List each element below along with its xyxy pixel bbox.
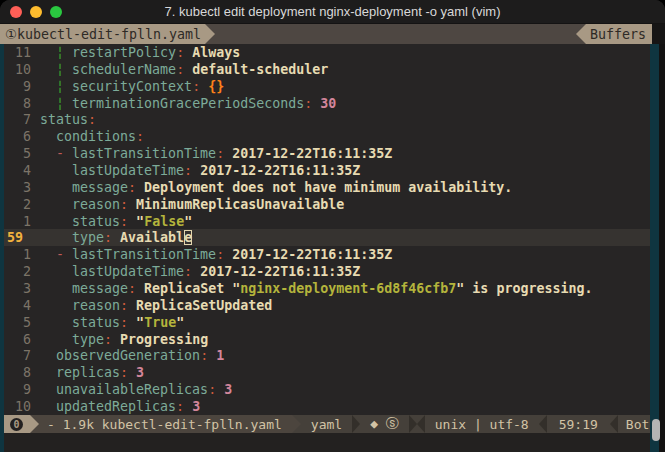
code-token: [40, 382, 56, 397]
code-token: Always: [184, 45, 240, 60]
editor-main: 11 ¦ restartPolicy: Always10 ¦ scheduler…: [0, 44, 665, 452]
code-token: {}: [200, 79, 224, 94]
editor-line[interactable]: 9 unavailableReplicas: 3: [4, 381, 650, 398]
code-token: [40, 230, 72, 245]
code-token: conditions: [56, 129, 136, 144]
code-text: type: Available: [40, 230, 192, 245]
code-token: :: [176, 45, 184, 60]
editor-line[interactable]: 3 message: Deployment does not have mini…: [4, 179, 650, 196]
code-token: securityContext: [72, 79, 192, 94]
titlebar: 7. kubectl edit deployment nginx-deploym…: [0, 0, 665, 24]
code-token: -: [56, 146, 72, 161]
window-right-edge: [659, 44, 665, 452]
code-token: reason: [72, 197, 120, 212]
close-button[interactable]: [10, 6, 22, 18]
code-token: ": [176, 315, 184, 330]
code-token: schedulerName: [72, 62, 176, 77]
editor-line[interactable]: 4 reason: ReplicaSetUpdated: [4, 297, 650, 314]
code-token: default-scheduler: [184, 62, 328, 77]
editor-line[interactable]: 5 status: "True": [4, 314, 650, 331]
cursor: e: [184, 230, 192, 245]
scrollbar-thumb[interactable]: [652, 419, 660, 441]
code-token: :: [176, 399, 184, 414]
buffers-label[interactable]: Buffers: [586, 24, 652, 44]
editor-line[interactable]: 11 ¦ restartPolicy: Always: [4, 44, 650, 61]
editor-line[interactable]: 8 ¦ terminationGracePeriodSeconds: 30: [4, 95, 650, 112]
code-token: MinimumReplicasUnavailable: [128, 197, 344, 212]
code-token: [40, 96, 56, 111]
editor-line[interactable]: 3 message: ReplicaSet "nginx-deployment-…: [4, 280, 650, 297]
code-token: [40, 79, 56, 94]
code-token: 3: [216, 382, 232, 397]
code-token: reason: [72, 298, 120, 313]
editor-line[interactable]: 59 type: Available: [4, 229, 650, 246]
editor-line[interactable]: 10 ¦ schedulerName: default-scheduler: [4, 61, 650, 78]
line-number: 7: [4, 348, 40, 363]
code-token: restartPolicy: [72, 45, 176, 60]
statusline-file-info: - 1.9k kubectl-edit-fplln.yaml: [39, 415, 292, 433]
line-number: 8: [4, 96, 40, 111]
editor-line[interactable]: 1 - lastTransitionTime: 2017-12-22T16:11…: [4, 246, 650, 263]
editor-line[interactable]: 7status:: [4, 111, 650, 128]
line-number: 4: [4, 163, 40, 178]
editor-line[interactable]: 7 observedGeneration: 1: [4, 347, 650, 364]
indent-guide-icon: ¦: [56, 45, 64, 60]
code-token: [64, 45, 72, 60]
code-text: - lastTransitionTime: 2017-12-22T16:11:3…: [40, 146, 392, 161]
tab-index-icon: ①: [5, 27, 17, 42]
zoom-button[interactable]: [50, 6, 62, 18]
editor-line[interactable]: 2 lastUpdateTime: 2017-12-22T16:11:35Z: [4, 263, 650, 280]
statusline-format-encoding: unix | utf-8: [425, 415, 539, 433]
code-token: [40, 247, 56, 262]
code-token: False: [144, 214, 184, 229]
code-token: ": [184, 214, 192, 229]
editor-lines[interactable]: 11 ¦ restartPolicy: Always10 ¦ scheduler…: [4, 44, 650, 415]
code-token: [40, 399, 56, 414]
code-token: 2017-12-22T16:11:35Z: [224, 146, 392, 161]
statusline: 0 - 1.9k kubectl-edit-fplln.yaml yaml ◆ …: [4, 415, 650, 433]
code-text: lastUpdateTime: 2017-12-22T16:11:35Z: [40, 163, 360, 178]
indent-guide-icon: ¦: [56, 96, 64, 111]
editor-line[interactable]: 5 - lastTransitionTime: 2017-12-22T16:11…: [4, 145, 650, 162]
line-number: 5: [4, 315, 40, 330]
terminal-right-padding: [650, 44, 659, 452]
code-text: message: ReplicaSet "nginx-deployment-6d…: [40, 281, 592, 296]
code-text: - lastTransitionTime: 2017-12-22T16:11:3…: [40, 247, 392, 262]
code-token: :: [120, 315, 128, 330]
vim-command-line[interactable]: [4, 433, 650, 452]
code-token: [40, 298, 72, 313]
tab-active-buffer[interactable]: ①kubectl-edit-fplln.yaml: [0, 24, 205, 44]
code-token: Progressing: [112, 332, 208, 347]
editor-line[interactable]: 2 reason: MinimumReplicasUnavailable: [4, 196, 650, 213]
code-token: Availabl: [112, 230, 184, 245]
code-text: observedGeneration: 1: [40, 348, 224, 363]
line-number: 3: [4, 180, 40, 195]
code-text: ¦ restartPolicy: Always: [40, 45, 240, 60]
powerline-arrow-left-icon: [539, 415, 547, 433]
editor-line[interactable]: 10 updatedReplicas: 3: [4, 398, 650, 415]
code-token: observedGeneration: [56, 348, 200, 363]
editor-line[interactable]: 1 status: "False": [4, 213, 650, 230]
code-token: ": [232, 281, 240, 296]
terminal-window: 7. kubectl edit deployment nginx-deploym…: [0, 0, 665, 452]
powerline-arrow-left-icon: [417, 415, 425, 433]
code-token: :: [120, 365, 128, 380]
minimize-button[interactable]: [30, 6, 42, 18]
editor-line[interactable]: 4 lastUpdateTime: 2017-12-22T16:11:35Z: [4, 162, 650, 179]
code-text: reason: ReplicaSetUpdated: [40, 298, 272, 313]
mode-indicator-icon: 0: [10, 418, 23, 431]
editor-line[interactable]: 6 type: Progressing: [4, 331, 650, 348]
line-number: 59: [4, 230, 40, 245]
line-number: 1: [4, 214, 40, 229]
traffic-lights: [10, 0, 62, 24]
line-number: 11: [4, 45, 40, 60]
editor-line[interactable]: 9 ¦ securityContext: {}: [4, 78, 650, 95]
editor-line[interactable]: 8 replicas: 3: [4, 364, 650, 381]
editor-line[interactable]: 6 conditions:: [4, 128, 650, 145]
code-text: status:: [40, 112, 96, 127]
code-text: unavailableReplicas: 3: [40, 382, 232, 397]
line-number: 9: [4, 79, 40, 94]
code-token: 3: [184, 399, 200, 414]
code-token: :: [88, 112, 96, 127]
indent-guide-icon: ¦: [56, 79, 64, 94]
